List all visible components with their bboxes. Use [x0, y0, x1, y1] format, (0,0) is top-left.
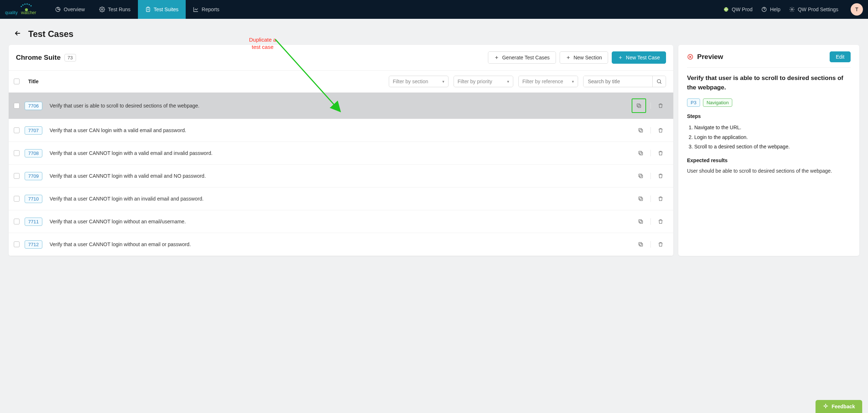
back-arrow-icon[interactable] — [14, 29, 22, 39]
rows-container: 7706 Verify that user is able to scroll … — [9, 93, 673, 256]
divider — [650, 218, 651, 225]
delete-button[interactable] — [655, 100, 666, 111]
test-cases-card: Chrome Suite 73 Generate Test Cases New … — [9, 45, 673, 256]
nav-reports[interactable]: Reports — [186, 0, 227, 19]
generate-test-cases-button[interactable]: Generate Test Cases — [488, 51, 556, 64]
nav-test-suites-label: Test Suites — [154, 7, 178, 12]
test-id-badge[interactable]: 7707 — [25, 126, 42, 135]
test-id-badge[interactable]: 7708 — [25, 149, 42, 157]
nav-overview[interactable]: Overview — [48, 0, 92, 19]
table-row[interactable]: 7706 Verify that user is able to scroll … — [9, 93, 673, 119]
svg-rect-23 — [639, 243, 642, 245]
workspace-label: QW Prod — [732, 7, 753, 12]
duplicate-button[interactable] — [635, 125, 646, 136]
search-button[interactable] — [652, 76, 666, 87]
delete-button[interactable] — [655, 148, 666, 159]
content: Chrome Suite 73 Generate Test Cases New … — [0, 45, 868, 265]
test-title: Verify that user is able to scroll to de… — [50, 103, 632, 109]
globe-icon — [723, 7, 729, 12]
nav-test-suites[interactable]: Test Suites — [138, 0, 186, 19]
workspace-switcher[interactable]: QW Prod — [723, 7, 753, 12]
duplicate-button[interactable] — [632, 98, 646, 113]
brand-logo[interactable]: quality watcher — [5, 3, 41, 16]
close-circle-icon[interactable] — [687, 54, 694, 60]
test-id-badge[interactable]: 7709 — [25, 172, 42, 180]
nav-test-runs-label: Test Runs — [108, 7, 130, 12]
suite-title: Chrome Suite — [16, 54, 61, 62]
select-all-checkbox[interactable] — [14, 79, 20, 84]
search-input[interactable] — [583, 76, 652, 87]
duplicate-button[interactable] — [635, 148, 646, 159]
nav-test-runs[interactable]: Test Runs — [92, 0, 138, 19]
steps-list: Navigate to the URL.Login to the applica… — [694, 123, 851, 152]
duplicate-button[interactable] — [635, 239, 646, 250]
search-wrap — [583, 76, 666, 87]
nav-reports-label: Reports — [202, 7, 219, 12]
filter-reference-select[interactable]: Filter by reference▾ — [518, 76, 578, 87]
suite-actions: Generate Test Cases New Section New Test… — [488, 51, 666, 64]
svg-text:quality: quality — [5, 10, 18, 15]
delete-button[interactable] — [655, 239, 666, 250]
svg-rect-15 — [639, 151, 642, 154]
svg-rect-11 — [637, 104, 640, 107]
table-row[interactable]: 7712 Verify that a user CANNOT login wit… — [9, 233, 673, 256]
trash-icon — [658, 150, 663, 156]
divider — [650, 195, 651, 202]
delete-button[interactable] — [655, 125, 666, 136]
settings-icon — [789, 7, 795, 12]
svg-rect-20 — [640, 220, 642, 223]
user-avatar[interactable]: T — [851, 3, 863, 16]
edit-button[interactable]: Edit — [830, 51, 851, 62]
duplicate-button[interactable] — [635, 216, 646, 227]
row-checkbox[interactable] — [14, 127, 20, 133]
duplicate-button[interactable] — [635, 170, 646, 181]
settings-link[interactable]: QW Prod Settings — [789, 7, 838, 12]
suite-count-badge: 73 — [64, 54, 76, 62]
expected-heading: Expected results — [687, 157, 851, 163]
table-row[interactable]: 7708 Verify that a user CANNOT login wit… — [9, 142, 673, 165]
filter-priority-select[interactable]: Filter by priority▾ — [454, 76, 513, 87]
svg-rect-10 — [638, 105, 641, 108]
test-id-badge[interactable]: 7712 — [25, 240, 42, 249]
duplicate-button[interactable] — [635, 193, 646, 204]
row-checkbox[interactable] — [14, 196, 20, 202]
copy-icon — [638, 150, 644, 156]
step-item: Login to the application. — [694, 132, 851, 142]
filter-section-select[interactable]: Filter by section▾ — [389, 76, 448, 87]
trash-icon — [658, 103, 663, 109]
svg-point-3 — [101, 9, 103, 10]
row-checkbox[interactable] — [14, 219, 20, 224]
svg-point-7 — [791, 9, 793, 10]
preview-header: Preview Edit — [687, 51, 851, 68]
row-checkbox[interactable] — [14, 173, 20, 179]
filter-row: Title Filter by section▾ Filter by prior… — [9, 71, 673, 93]
svg-rect-4 — [146, 8, 149, 12]
row-checkbox[interactable] — [14, 103, 20, 109]
help-link[interactable]: Help — [761, 7, 780, 12]
delete-button[interactable] — [655, 216, 666, 227]
preview-heading: Preview — [697, 53, 723, 61]
test-id-badge[interactable]: 7706 — [25, 102, 42, 110]
table-row[interactable]: 7709 Verify that a user CANNOT login wit… — [9, 165, 673, 187]
row-checkbox[interactable] — [14, 241, 20, 247]
suite-header: Chrome Suite 73 Generate Test Cases New … — [9, 45, 673, 71]
table-row[interactable]: 7707 Verify that a user CAN login with a… — [9, 119, 673, 142]
new-test-case-button[interactable]: New Test Case — [612, 51, 666, 64]
trash-icon — [658, 127, 663, 133]
svg-rect-14 — [640, 152, 642, 155]
divider — [650, 102, 651, 109]
page-title: Test Cases — [28, 29, 73, 39]
delete-button[interactable] — [655, 170, 666, 181]
copy-icon — [638, 173, 644, 179]
copy-icon — [636, 103, 642, 109]
test-id-badge[interactable]: 7710 — [25, 195, 42, 203]
table-row[interactable]: 7710 Verify that a user CANNOT login wit… — [9, 187, 673, 210]
new-section-button[interactable]: New Section — [560, 51, 608, 64]
table-row[interactable]: 7711 Verify that a user CANNOT login wit… — [9, 210, 673, 233]
row-actions — [635, 216, 666, 227]
delete-button[interactable] — [655, 193, 666, 204]
help-icon — [761, 7, 767, 12]
copy-icon — [638, 127, 644, 133]
row-checkbox[interactable] — [14, 150, 20, 156]
test-id-badge[interactable]: 7711 — [25, 218, 42, 226]
